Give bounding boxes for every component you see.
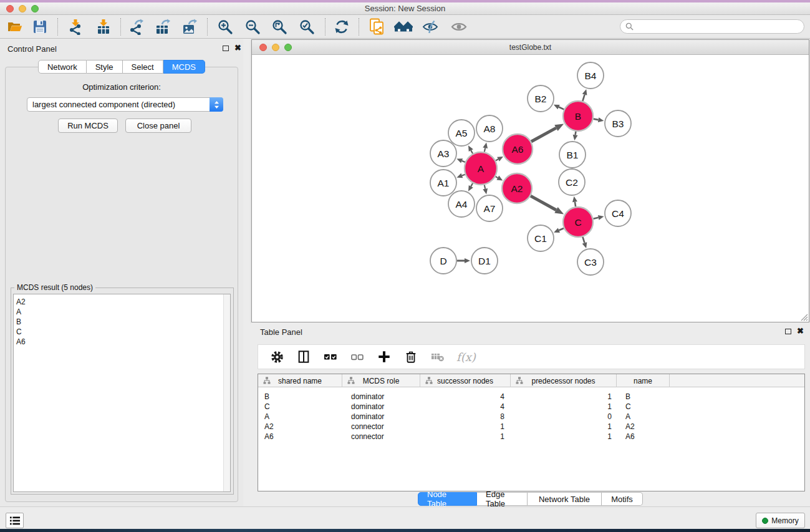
- table-row[interactable]: C dominator 4 1 C: [258, 402, 804, 412]
- export-image-button[interactable]: [178, 17, 201, 37]
- graph-edge-A-A5[interactable]: [471, 150, 473, 153]
- graph-edge-C-C1[interactable]: [559, 228, 564, 230]
- column-header-name[interactable]: name: [617, 374, 670, 387]
- cell-shared-name: A6: [258, 432, 342, 442]
- tab-network-table[interactable]: Network Table: [528, 492, 602, 506]
- column-header-mcds-role[interactable]: MCDS role: [342, 374, 420, 387]
- show-all-button[interactable]: [448, 17, 470, 37]
- float-panel-icon[interactable]: [223, 46, 229, 51]
- column-icon: [297, 350, 311, 364]
- graph-edge-A-A6[interactable]: [496, 159, 498, 160]
- cell-shared-name: A2: [258, 422, 342, 432]
- network-window-titlebar[interactable]: testGlobe.txt: [252, 40, 809, 55]
- network-from-file-button[interactable]: [366, 17, 388, 37]
- graph-edge-B-B1[interactable]: [576, 132, 576, 135]
- table-row[interactable]: A2 connector 1 1 A2: [258, 422, 804, 432]
- column-header-successor-nodes[interactable]: successor nodes: [420, 374, 511, 387]
- cell-successors: 4: [420, 402, 511, 412]
- list-item[interactable]: A6: [14, 337, 230, 347]
- resize-grip[interactable]: [799, 312, 808, 321]
- list-item[interactable]: A: [14, 307, 230, 317]
- graph-edge-B-B4[interactable]: [582, 95, 584, 102]
- tab-network[interactable]: Network: [38, 60, 87, 74]
- zoom-out-button[interactable]: [241, 17, 264, 37]
- tab-select[interactable]: Select: [123, 60, 163, 74]
- network-maximize-button[interactable]: [284, 44, 292, 51]
- tab-motifs[interactable]: Motifs: [602, 492, 643, 506]
- zoom-in-button[interactable]: [214, 17, 236, 37]
- deselect-all-button[interactable]: [349, 349, 365, 365]
- graph-edge-A-A3[interactable]: [462, 161, 465, 162]
- graph-edge-B-B2[interactable]: [559, 107, 564, 110]
- select-all-button[interactable]: [322, 349, 339, 365]
- show-column-button[interactable]: [296, 349, 312, 365]
- cell-mcds-role: dominator: [342, 392, 420, 402]
- graph-edge-C-C3[interactable]: [582, 237, 584, 243]
- import-network-button[interactable]: [64, 17, 87, 37]
- hide-selected-button[interactable]: [419, 17, 441, 37]
- tab-node-table[interactable]: Node Table: [418, 492, 477, 506]
- close-panel-icon[interactable]: ✖: [234, 43, 241, 52]
- export-network-button[interactable]: [125, 17, 147, 37]
- graph-edge-A-A7[interactable]: [485, 185, 485, 188]
- memory-status-icon: [762, 518, 768, 524]
- refresh-view-button[interactable]: [330, 17, 353, 37]
- cell-mcds-role: connector: [342, 432, 420, 442]
- cell-successors: 1: [420, 422, 511, 432]
- criterion-dropdown[interactable]: largest connected component (directed): [27, 97, 223, 112]
- network-close-button[interactable]: [259, 44, 267, 51]
- table-remove-icon: [430, 349, 445, 364]
- add-column-button[interactable]: [376, 349, 392, 365]
- network-graph: B4B2BB3A8A5A6A3B1AA1C2A2A4A7C4CC1C3DD1: [252, 56, 809, 322]
- control-panel: Control Panel ✖ Network Style Select MCD…: [0, 39, 243, 507]
- zoom-selected-button[interactable]: [296, 17, 318, 37]
- zoom-fit-icon: [271, 19, 287, 35]
- delete-column-button[interactable]: [403, 349, 419, 365]
- graph-edge-B-B3[interactable]: [594, 119, 599, 120]
- graph-edge-C-C2[interactable]: [575, 202, 576, 207]
- table-row[interactable]: A dominator 8 0 A: [258, 412, 804, 422]
- list-scrollbar[interactable]: [223, 294, 230, 491]
- memory-button[interactable]: Memory: [756, 513, 805, 528]
- list-item[interactable]: A2: [14, 297, 230, 307]
- table-settings-button[interactable]: [269, 349, 285, 365]
- graph-node-label: B: [575, 111, 581, 122]
- mcds-result-title: MCDS result (5 nodes): [14, 283, 95, 292]
- table-close-icon[interactable]: ✖: [797, 326, 804, 336]
- column-header-shared-name[interactable]: shared name: [258, 374, 342, 387]
- control-panel-header: Control Panel ✖: [0, 43, 243, 56]
- table-row[interactable]: B dominator 4 1 B: [258, 392, 804, 402]
- tab-style[interactable]: Style: [87, 60, 123, 74]
- graph-edge-A-A1[interactable]: [462, 175, 465, 176]
- save-session-button[interactable]: [29, 17, 51, 37]
- zoom-fit-button[interactable]: [268, 17, 291, 37]
- network-minimize-button[interactable]: [272, 44, 279, 51]
- table-row[interactable]: A6 connector 1 1 A6: [258, 432, 804, 442]
- edge-arrowhead: [483, 142, 488, 148]
- open-session-button[interactable]: [4, 17, 26, 37]
- graph-edge-A-A2[interactable]: [496, 177, 498, 178]
- network-canvas[interactable]: B4B2BB3A8A5A6A3B1AA1C2A2A4A7C4CC1C3DD1: [252, 56, 809, 322]
- close-panel-button[interactable]: Close panel: [125, 118, 191, 133]
- graph-node-label: B1: [567, 150, 579, 160]
- graph-node-label: A7: [484, 203, 496, 214]
- graph-edge-A6-B[interactable]: [531, 128, 556, 142]
- export-table-button[interactable]: [152, 17, 174, 37]
- import-table-button[interactable]: [92, 17, 115, 37]
- tab-mcds[interactable]: MCDS: [163, 60, 205, 74]
- home-button[interactable]: [392, 17, 415, 37]
- cell-successors: 1: [420, 432, 511, 442]
- graph-edge-A-A8[interactable]: [485, 148, 485, 152]
- list-item[interactable]: B: [14, 317, 230, 327]
- graph-edge-A-A4[interactable]: [471, 183, 473, 186]
- graph-edge-A2-C[interactable]: [531, 196, 556, 210]
- column-header-predecessor-nodes[interactable]: predecessor nodes: [511, 374, 617, 387]
- run-mcds-button[interactable]: Run MCDS: [58, 118, 118, 133]
- list-item[interactable]: C: [14, 327, 230, 337]
- column-label: successor nodes: [437, 377, 493, 385]
- task-history-button[interactable]: [6, 513, 24, 528]
- tab-edge-table[interactable]: Edge Table: [477, 492, 528, 506]
- table-float-icon[interactable]: [785, 329, 791, 334]
- search-input[interactable]: [637, 21, 804, 32]
- graph-edge-C-C4[interactable]: [593, 218, 598, 219]
